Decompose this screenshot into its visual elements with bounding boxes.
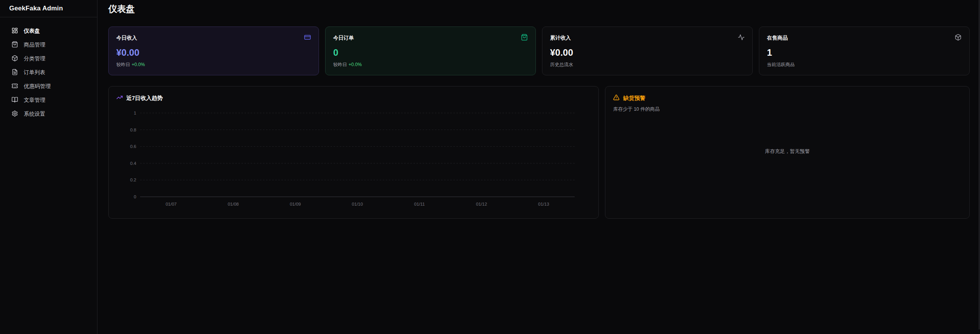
sidebar-item-label: 分类管理 <box>24 55 45 62</box>
alert-triangle-icon <box>613 94 620 102</box>
dashboard-icon <box>12 27 18 35</box>
alert-subtitle: 库存少于 10 件的商品 <box>613 106 962 113</box>
sidebar-item-settings[interactable]: 系统设置 <box>5 107 93 121</box>
stat-value: 1 <box>767 47 962 58</box>
svg-text:01/08: 01/08 <box>228 202 239 206</box>
svg-text:01/07: 01/07 <box>165 202 177 206</box>
alert-empty-message: 库存充足，暂无预警 <box>613 148 962 155</box>
sidebar-item-label: 商品管理 <box>24 42 45 48</box>
svg-text:0.8: 0.8 <box>130 128 136 132</box>
package-icon <box>955 34 962 42</box>
stat-card-today-orders: 今日订单 0 较昨日+0.0% <box>325 27 536 75</box>
sidebar-item-orders[interactable]: 订单列表 <box>5 66 93 80</box>
stat-value: ¥0.00 <box>116 47 311 58</box>
svg-text:01/13: 01/13 <box>538 202 549 206</box>
stat-value: ¥0.00 <box>550 47 745 58</box>
bottom-row: 近7日收入趋势 00.20.40.60.8101/0701/0801/0901/… <box>108 86 970 219</box>
stat-card-total-revenue: 累计收入 ¥0.00 历史总流水 <box>542 27 753 75</box>
page-title: 仪表盘 <box>108 3 970 15</box>
svg-text:01/12: 01/12 <box>476 202 487 206</box>
sidebar-item-products[interactable]: 商品管理 <box>5 38 93 52</box>
stat-subtext: 较昨日+0.0% <box>116 61 311 68</box>
stat-label: 今日订单 <box>333 35 354 42</box>
stat-subtext: 历史总流水 <box>550 61 745 68</box>
sidebar: GeekFaka Admin 仪表盘 商品管理 分类管理 订单列表 优惠码管理 … <box>0 0 98 334</box>
sidebar-item-label: 优惠码管理 <box>24 83 51 90</box>
stat-label: 今日收入 <box>116 35 137 42</box>
revenue-line-chart: 00.20.40.60.8101/0701/0801/0901/1001/110… <box>116 108 591 211</box>
svg-text:1: 1 <box>134 111 136 115</box>
ticket-icon <box>12 83 18 90</box>
revenue-trend-card: 近7日收入趋势 00.20.40.60.8101/0701/0801/0901/… <box>108 86 599 219</box>
sidebar-item-dashboard[interactable]: 仪表盘 <box>5 24 93 38</box>
sidebar-item-label: 系统设置 <box>24 111 45 118</box>
stat-subtext: 当前活跃商品 <box>767 61 962 68</box>
package-icon <box>12 55 18 63</box>
svg-text:0.6: 0.6 <box>130 144 136 149</box>
svg-text:0: 0 <box>134 194 136 199</box>
main-content: 仪表盘 今日收入 ¥0.00 较昨日+0.0% 今日订单 0 较昨日+0.0% … <box>98 0 980 334</box>
sidebar-item-label: 订单列表 <box>24 69 45 76</box>
stats-row: 今日收入 ¥0.00 较昨日+0.0% 今日订单 0 较昨日+0.0% 累计收入… <box>108 27 970 75</box>
stat-label: 累计收入 <box>550 35 571 42</box>
stat-value: 0 <box>333 47 528 58</box>
sidebar-item-articles[interactable]: 文章管理 <box>5 93 93 107</box>
stat-subtext: 较昨日+0.0% <box>333 61 528 68</box>
alert-title: 缺货预警 <box>623 95 645 102</box>
stat-label: 在售商品 <box>767 35 788 42</box>
svg-text:01/11: 01/11 <box>414 202 425 206</box>
brand-title: GeekFaka Admin <box>0 0 97 17</box>
shopping-bag-icon <box>12 41 18 49</box>
vertical-scrollbar[interactable] <box>978 0 980 329</box>
svg-text:0.2: 0.2 <box>130 178 136 182</box>
sidebar-nav: 仪表盘 商品管理 分类管理 订单列表 优惠码管理 文章管理 系统设置 <box>0 17 97 128</box>
stat-card-today-revenue: 今日收入 ¥0.00 较昨日+0.0% <box>108 27 319 75</box>
stock-alert-card: 缺货预警 库存少于 10 件的商品 库存充足，暂无预警 <box>605 86 970 219</box>
trending-up-icon <box>116 94 123 102</box>
chart-title: 近7日收入趋势 <box>126 95 163 102</box>
credit-card-icon <box>304 34 311 42</box>
sidebar-item-label: 仪表盘 <box>24 28 40 35</box>
stat-card-active-products: 在售商品 1 当前活跃商品 <box>759 27 970 75</box>
file-text-icon <box>12 69 18 76</box>
shopping-bag-icon <box>521 34 528 42</box>
sidebar-item-label: 文章管理 <box>24 97 45 104</box>
settings-icon <box>12 110 18 118</box>
stat-change: +0.0% <box>349 62 362 67</box>
book-open-icon <box>12 96 18 104</box>
sidebar-item-coupons[interactable]: 优惠码管理 <box>5 80 93 93</box>
sidebar-item-categories[interactable]: 分类管理 <box>5 52 93 66</box>
svg-text:01/10: 01/10 <box>352 202 363 206</box>
stat-change: +0.0% <box>132 62 145 67</box>
activity-icon <box>738 34 745 42</box>
svg-text:01/09: 01/09 <box>290 202 301 206</box>
svg-text:0.4: 0.4 <box>130 161 137 166</box>
